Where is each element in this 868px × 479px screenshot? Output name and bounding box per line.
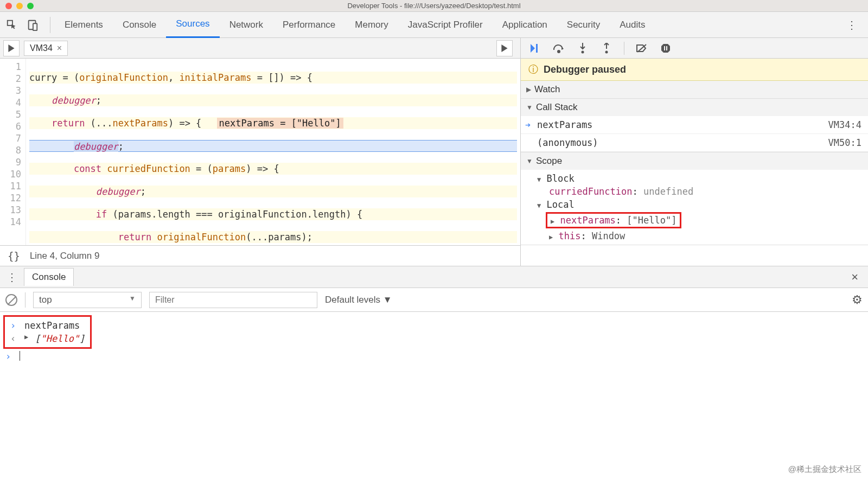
console-input-text: nextParams bbox=[24, 320, 80, 331]
svg-rect-9 bbox=[666, 46, 667, 50]
stack-frame[interactable]: nextParams VM34:4 bbox=[521, 116, 868, 134]
filter-input[interactable] bbox=[149, 292, 317, 308]
code-content[interactable]: curry = (originalFunction, initialParams… bbox=[26, 59, 520, 245]
tab-console[interactable]: Console bbox=[113, 12, 166, 38]
inline-value-badge: nextParams = ["Hello"] bbox=[217, 118, 343, 129]
stack-frame[interactable]: (anonymous) VM50:1 bbox=[521, 134, 868, 152]
run-snippet-button[interactable] bbox=[3, 40, 20, 56]
console-input-row: › nextParams bbox=[8, 319, 87, 332]
window-title: Developer Tools - file:///Users/yazeed/D… bbox=[0, 2, 868, 10]
scope-variable[interactable]: curriedFunction: undefined bbox=[534, 185, 864, 198]
step-over-button[interactable] bbox=[552, 42, 565, 55]
tab-performance[interactable]: Performance bbox=[273, 12, 345, 38]
tab-application[interactable]: Application bbox=[493, 12, 557, 38]
paused-label: Debugger paused bbox=[544, 64, 626, 75]
editor-statusbar: {} Line 4, Column 9 bbox=[0, 245, 520, 266]
context-selector[interactable]: top bbox=[33, 292, 142, 308]
tab-memory[interactable]: Memory bbox=[345, 12, 398, 38]
window-titlebar: Developer Tools - file:///Users/yazeed/D… bbox=[0, 0, 868, 12]
tab-elements[interactable]: Elements bbox=[55, 12, 113, 38]
inspect-element-icon[interactable] bbox=[4, 17, 20, 33]
format-code-icon[interactable]: {} bbox=[8, 250, 20, 262]
code-editor[interactable]: 1234567891011121314 curry = (originalFun… bbox=[0, 59, 520, 245]
chevron-down-icon: ▼ bbox=[526, 157, 533, 165]
callstack-header[interactable]: ▼Call Stack bbox=[521, 99, 868, 116]
drawer-tab-console[interactable]: Console bbox=[24, 268, 74, 286]
debugger-pane: ⓘ Debugger paused ▶Watch ▼Call Stack nex… bbox=[521, 38, 868, 266]
file-tab-label: VM34 bbox=[30, 43, 53, 53]
console-settings-icon[interactable]: ⚙ bbox=[852, 293, 863, 307]
chevron-down-icon: ▼ bbox=[526, 104, 533, 111]
debugger-toolbar bbox=[521, 38, 868, 59]
drawer-menu-icon[interactable]: ⋮ bbox=[4, 271, 20, 284]
device-toolbar-icon[interactable] bbox=[25, 17, 40, 33]
console-drawer: ⋮ Console × top Default levels ▼ ⚙ › nex… bbox=[0, 266, 868, 365]
panel-tabbar: Elements Console Sources Network Perform… bbox=[0, 12, 868, 38]
console-output-text: ["Hello"] bbox=[35, 333, 85, 344]
svg-line-7 bbox=[637, 44, 646, 52]
more-menu-icon[interactable]: ⋮ bbox=[840, 18, 864, 31]
scope-header[interactable]: ▼Scope bbox=[521, 152, 868, 170]
console-output-row: ‹ ▶ ["Hello"] bbox=[8, 332, 87, 345]
clear-console-icon[interactable] bbox=[5, 294, 17, 306]
scope-variable[interactable]: ▶ this: Window bbox=[534, 229, 864, 242]
step-into-button[interactable] bbox=[576, 42, 589, 55]
tab-sources[interactable]: Sources bbox=[166, 12, 219, 38]
callstack-section: ▼Call Stack nextParams VM34:4 (anonymous… bbox=[521, 99, 868, 152]
svg-point-4 bbox=[558, 50, 560, 53]
drawer-tabbar: ⋮ Console × bbox=[0, 266, 868, 288]
watch-section[interactable]: ▶Watch bbox=[521, 81, 868, 99]
text-cursor bbox=[20, 351, 20, 361]
tab-audits[interactable]: Audits bbox=[610, 12, 655, 38]
pause-on-exceptions-button[interactable] bbox=[659, 42, 672, 55]
separator bbox=[25, 292, 25, 308]
cursor-position: Line 4, Column 9 bbox=[30, 251, 100, 261]
separator bbox=[50, 17, 50, 33]
stack-frame-fn: nextParams bbox=[537, 119, 592, 130]
run-snippet-button-right[interactable] bbox=[496, 40, 513, 56]
deactivate-breakpoints-button[interactable] bbox=[635, 42, 648, 55]
separator bbox=[624, 42, 624, 55]
console-prompt-row[interactable]: › bbox=[3, 350, 865, 363]
step-out-button[interactable] bbox=[600, 42, 613, 55]
svg-rect-8 bbox=[664, 46, 665, 50]
file-tab-vm34[interactable]: VM34 × bbox=[24, 41, 68, 56]
file-tabbar: VM34 × bbox=[0, 38, 520, 59]
close-drawer-icon[interactable]: × bbox=[846, 270, 864, 284]
scope-section: ▼Scope ▼ Block curriedFunction: undefine… bbox=[521, 152, 868, 245]
prompt-icon: › bbox=[10, 320, 18, 331]
scope-local-header[interactable]: ▼ Local bbox=[534, 198, 864, 211]
resume-script-button[interactable] bbox=[528, 42, 541, 55]
sources-main: VM34 × 1234567891011121314 curry = (orig… bbox=[0, 38, 868, 266]
console-toolbar: top Default levels ▼ ⚙ bbox=[0, 288, 868, 312]
scope-label: Scope bbox=[536, 156, 562, 167]
callstack-label: Call Stack bbox=[536, 102, 578, 113]
svg-point-6 bbox=[605, 50, 608, 53]
svg-rect-2 bbox=[33, 23, 37, 30]
line-gutter: 1234567891011121314 bbox=[0, 59, 26, 245]
console-output[interactable]: › nextParams ‹ ▶ ["Hello"] › bbox=[0, 312, 868, 365]
stack-frame-fn: (anonymous) bbox=[537, 137, 598, 148]
info-icon: ⓘ bbox=[528, 63, 538, 76]
highlighted-console-group: › nextParams ‹ ▶ ["Hello"] bbox=[3, 315, 92, 349]
output-icon: ‹ bbox=[10, 333, 18, 344]
watermark: @稀土掘金技术社区 bbox=[788, 464, 861, 475]
tab-jsprofiler[interactable]: JavaScript Profiler bbox=[398, 12, 493, 38]
svg-rect-3 bbox=[536, 44, 538, 53]
tab-network[interactable]: Network bbox=[220, 12, 273, 38]
chevron-right-icon[interactable]: ▶ bbox=[24, 333, 28, 341]
scope-variable-highlighted[interactable]: ▶ nextParams: ["Hello"] bbox=[534, 211, 864, 229]
editor-pane: VM34 × 1234567891011121314 curry = (orig… bbox=[0, 38, 521, 266]
close-icon[interactable]: × bbox=[57, 43, 62, 53]
scope-block-header[interactable]: ▼ Block bbox=[534, 172, 864, 185]
stack-frame-loc: VM34:4 bbox=[828, 119, 861, 130]
prompt-icon: › bbox=[5, 351, 13, 362]
stack-frame-loc: VM50:1 bbox=[828, 137, 861, 148]
chevron-right-icon: ▶ bbox=[526, 86, 531, 93]
watch-label: Watch bbox=[534, 84, 560, 95]
tab-security[interactable]: Security bbox=[557, 12, 610, 38]
log-levels-selector[interactable]: Default levels ▼ bbox=[325, 295, 392, 305]
svg-point-5 bbox=[582, 50, 584, 53]
debugger-paused-banner: ⓘ Debugger paused bbox=[521, 59, 868, 81]
